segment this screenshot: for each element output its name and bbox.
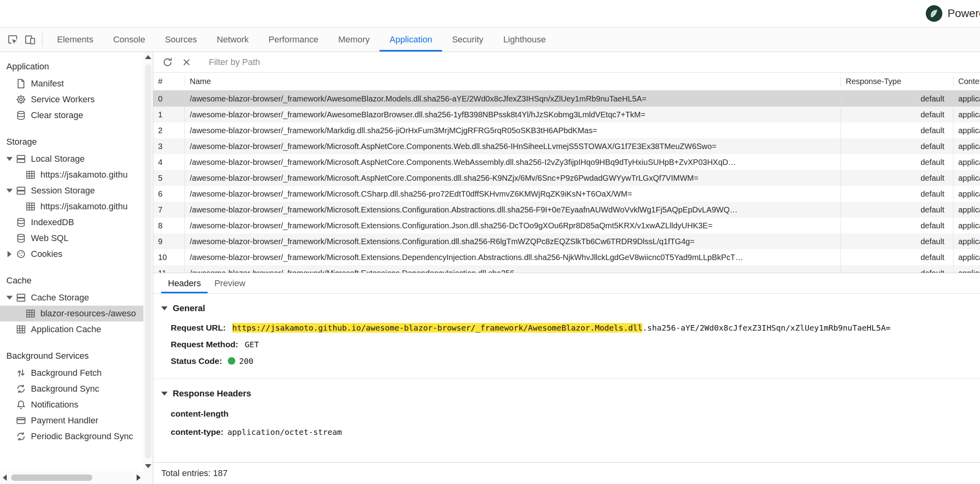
sidebar-item-web-sql[interactable]: Web SQL: [0, 230, 143, 246]
sidebar-item-blazor-resources-aweso[interactable]: blazor-resources-/aweso: [0, 306, 143, 321]
grid-icon: [25, 201, 36, 212]
brand: Powered: [925, 5, 980, 22]
tab-memory[interactable]: Memory: [328, 28, 379, 52]
fetch-icon: [16, 368, 26, 378]
status-code-value: 200: [239, 356, 254, 366]
content-type: application/octet-stream: [953, 170, 980, 186]
sidebar-item-indexeddb[interactable]: IndexedDB: [0, 214, 143, 230]
chevron-down-icon[interactable]: [3, 157, 16, 161]
sidebar-item-payment-handler[interactable]: Payment Handler: [0, 413, 143, 429]
sidebar-vertical-scrollbar[interactable]: [143, 52, 153, 471]
stack-icon: [16, 154, 26, 164]
tab-performance[interactable]: Performance: [259, 28, 328, 52]
row-index: 6: [153, 186, 185, 202]
table-row[interactable]: 3/awesome-blazor-browser/_framework/Micr…: [153, 138, 980, 154]
db-icon: [16, 217, 26, 228]
table-row[interactable]: 2/awesome-blazor-browser/_framework/Mark…: [153, 122, 980, 138]
sidebar-item-clear-storage[interactable]: Clear storage: [0, 107, 143, 123]
table-row[interactable]: 5/awesome-blazor-browser/_framework/Micr…: [153, 170, 980, 186]
tab-console[interactable]: Console: [103, 28, 155, 52]
sidebar-item-local-storage[interactable]: Local Storage: [0, 151, 143, 167]
request-url-highlighted: https://jsakamoto.github.io/awesome-blaz…: [232, 323, 643, 333]
column-header-content-type[interactable]: Content-Type: [953, 77, 980, 86]
sidebar-item-label: Background Sync: [31, 384, 99, 394]
sidebar-item-label: Cookies: [31, 249, 62, 259]
sidebar-item-https-jsakamoto-githu[interactable]: https://jsakamoto.githu: [0, 167, 143, 183]
chevron-down-icon[interactable]: [3, 189, 16, 193]
application-sidebar: ApplicationManifestService WorkersClear …: [0, 52, 153, 484]
content-type: application/octet-stream: [953, 265, 980, 273]
general-section-title: General: [173, 303, 205, 314]
status-code-row: Status Code:200: [171, 353, 980, 370]
sidebar-item-notifications[interactable]: Notifications: [0, 397, 143, 413]
inspect-element-icon[interactable]: [4, 31, 21, 48]
header-name: content-type:: [171, 427, 223, 436]
vertical-scrollbar-thumb[interactable]: [145, 65, 151, 459]
sidebar-item-label: Session Storage: [31, 186, 95, 196]
tab-lighthouse[interactable]: Lighthouse: [493, 28, 556, 52]
db-icon: [16, 233, 26, 243]
sidebar-item-background-sync[interactable]: Background Sync: [0, 381, 143, 397]
request-method-value: GET: [245, 340, 259, 349]
column-header-index[interactable]: #: [153, 77, 185, 86]
stack-icon: [16, 293, 26, 303]
table-row[interactable]: 9/awesome-blazor-browser/_framework/Micr…: [153, 233, 980, 249]
scroll-left-arrow-icon[interactable]: [3, 471, 7, 484]
table-row[interactable]: 4/awesome-blazor-browser/_framework/Micr…: [153, 154, 980, 170]
chevron-right-icon[interactable]: [3, 251, 16, 257]
tab-application[interactable]: Application: [379, 28, 442, 52]
tab-security[interactable]: Security: [442, 28, 493, 52]
content-type: application/octet-stream: [953, 249, 980, 265]
tab-elements[interactable]: Elements: [47, 28, 103, 52]
table-row[interactable]: 7/awesome-blazor-browser/_framework/Micr…: [153, 202, 980, 218]
response-headers-section-title: Response Headers: [173, 388, 251, 399]
sidebar-item-cache-storage[interactable]: Cache Storage: [0, 290, 143, 306]
details-tab-headers[interactable]: Headers: [161, 273, 208, 293]
sidebar-item-session-storage[interactable]: Session Storage: [0, 183, 143, 199]
sidebar-item-cookies[interactable]: Cookies: [0, 246, 143, 262]
sidebar-item-manifest[interactable]: Manifest: [0, 76, 143, 92]
refresh-icon[interactable]: [160, 54, 175, 70]
collapse-triangle-icon: [161, 392, 168, 396]
response-headers-section-header[interactable]: Response Headers: [153, 379, 980, 405]
sidebar-item-https-jsakamoto-githu[interactable]: https://jsakamoto.githu: [0, 199, 143, 214]
device-toolbar-icon[interactable]: [21, 31, 39, 48]
details-tab-preview[interactable]: Preview: [208, 273, 252, 293]
cache-storage-panel: # Name Response-Type Content-Type 0/awes…: [153, 52, 980, 484]
sidebar-item-label: IndexedDB: [31, 217, 74, 228]
horizontal-scrollbar-thumb[interactable]: [11, 474, 92, 481]
sidebar-item-label: Manifest: [31, 78, 64, 89]
content-type: application/octet-stream: [953, 91, 980, 107]
tab-sources[interactable]: Sources: [155, 28, 207, 52]
header-row: content-type:application/octet-stream: [171, 423, 980, 442]
filter-input[interactable]: [208, 57, 980, 68]
resource-table-body: 0/awesome-blazor-browser/_framework/Awes…: [153, 91, 980, 273]
table-row[interactable]: 0/awesome-blazor-browser/_framework/Awes…: [153, 91, 980, 107]
scroll-up-arrow-icon[interactable]: [143, 55, 153, 59]
table-row[interactable]: 10/awesome-blazor-browser/_framework/Mic…: [153, 249, 980, 265]
column-header-name[interactable]: Name: [185, 77, 841, 86]
response-type: default: [841, 91, 953, 107]
table-row[interactable]: 1/awesome-blazor-browser/_framework/Awes…: [153, 107, 980, 122]
general-section-header[interactable]: General: [153, 294, 980, 320]
collapse-triangle-icon: [161, 306, 168, 310]
resource-name: /awesome-blazor-browser/_framework/Aweso…: [185, 107, 841, 122]
response-type: default: [841, 122, 953, 138]
clear-icon[interactable]: [179, 54, 194, 70]
table-row[interactable]: 11/awesome-blazor-browser/_framework/Mic…: [153, 265, 980, 273]
chevron-down-icon[interactable]: [3, 296, 16, 300]
row-index: 5: [153, 170, 185, 186]
tab-network[interactable]: Network: [207, 28, 259, 52]
scroll-down-arrow-icon[interactable]: [143, 464, 153, 468]
sidebar-section-storage: Storage: [0, 133, 143, 151]
sidebar-item-periodic-background-sync[interactable]: Periodic Background Sync: [0, 429, 143, 444]
sidebar-item-service-workers[interactable]: Service Workers: [0, 92, 143, 107]
table-row[interactable]: 6/awesome-blazor-browser/_framework/Micr…: [153, 186, 980, 202]
sidebar-horizontal-scrollbar[interactable]: [0, 471, 143, 484]
request-method-label: Request Method:: [171, 340, 238, 349]
scroll-right-arrow-icon[interactable]: [137, 471, 141, 484]
sidebar-item-application-cache[interactable]: Application Cache: [0, 321, 143, 337]
table-row[interactable]: 8/awesome-blazor-browser/_framework/Micr…: [153, 218, 980, 233]
column-header-response-type[interactable]: Response-Type: [841, 77, 953, 86]
sidebar-item-background-fetch[interactable]: Background Fetch: [0, 365, 143, 381]
